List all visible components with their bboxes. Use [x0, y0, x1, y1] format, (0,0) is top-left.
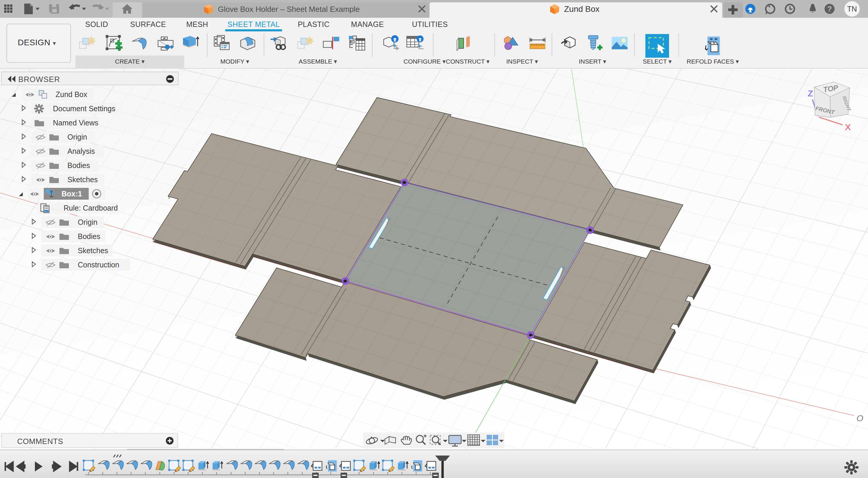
svg-text:?: ? — [827, 4, 832, 13]
svg-text:O: O — [857, 413, 863, 423]
svg-text:Z: Z — [808, 88, 813, 98]
svg-text:X: X — [845, 122, 851, 132]
svg-text:TN: TN — [847, 5, 857, 13]
